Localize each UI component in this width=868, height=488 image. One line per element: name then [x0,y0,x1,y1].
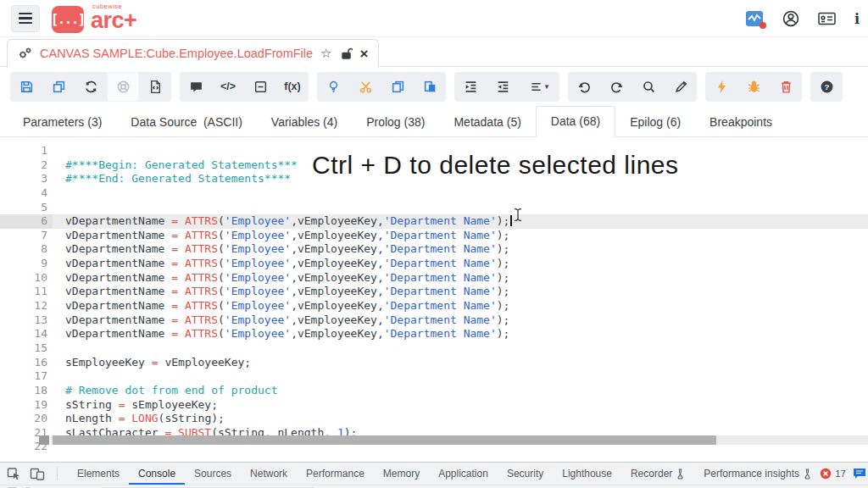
tab-variables-4[interactable]: Variables (4) [257,108,352,137]
tab-epilog-6[interactable]: Epilog (6) [615,108,695,137]
code-markup-button[interactable]: </> [212,72,244,102]
unlock-icon[interactable] [340,47,353,59]
collapse-block-button[interactable] [244,72,276,102]
code-line[interactable]: 19sString = sEmployeeKey; [0,398,868,413]
code-line[interactable]: 11vDepartmentName = ATTRS('Employee',vEm… [0,285,868,299]
inspect-icon[interactable] [7,467,21,481]
redo-button[interactable] [600,72,632,102]
lightbulb-button[interactable] [317,72,349,102]
undo-button[interactable] [568,72,600,102]
tab-parameters-3[interactable]: Parameters (3) [8,108,116,137]
devtools-tab-performance[interactable]: Performance [297,463,374,485]
document-tab[interactable]: CANVAS SAMPLE:Cube.Employee.LoadFromFile… [7,39,379,68]
function-fx-button[interactable]: f(x) [276,72,309,102]
user-icon[interactable] [782,10,799,27]
outdent-button[interactable] [487,72,519,102]
search-button[interactable] [632,72,665,102]
tab-metadata-5[interactable]: Metadata (5) [439,108,535,137]
code-line[interactable]: 13vDepartmentName = ATTRS('Employee',vEm… [0,313,868,328]
line-source: vDepartmentName = ATTRS('Employee',vEmpl… [53,327,509,341]
scrollbar-thumb[interactable] [53,435,716,445]
activity-icon[interactable] [745,10,764,27]
tab-prolog-38[interactable]: Prolog (38) [352,108,439,137]
editor-toolbar: </> f(x) [0,68,868,105]
line-number: 20 [0,412,53,426]
code-line[interactable]: 9vDepartmentName = ATTRS('Employee',vEmp… [0,257,868,271]
devtools-panel: ElementsConsoleSourcesNetworkPerformance… [0,462,868,488]
delete-trash-button[interactable] [770,72,802,102]
app-window: [...] cubewise arc+ i [0,0,868,488]
error-badge[interactable]: 17 [820,468,846,480]
top-bar: [...] cubewise arc+ i [0,0,868,37]
align-menu-button[interactable]: ▾ [519,72,559,102]
code-line[interactable]: 5 [0,201,868,215]
devtools-tab-lighthouse[interactable]: Lighthouse [553,463,621,485]
code-line[interactable]: 12vDepartmentName = ATTRS('Employee',vEm… [0,299,868,313]
edit-button[interactable] [665,72,697,102]
devtools-tab-sources[interactable]: Sources [185,463,241,485]
cut-button[interactable] [349,72,381,102]
code-line[interactable]: 14vDepartmentName = ATTRS('Employee',vEm… [0,327,868,341]
devtools-tab-memory[interactable]: Memory [374,463,429,485]
tab-data-68[interactable]: Data (68) [536,106,615,137]
devtools-tab-elements[interactable]: Elements [68,463,129,485]
menu-button[interactable] [11,5,40,32]
devtools-tab-recorder[interactable]: Recorder [621,463,694,485]
duplicate-button[interactable] [42,72,75,102]
line-source: sString = sEmployeeKey; [53,398,218,413]
flask-icon [676,469,685,480]
code-line[interactable]: 15 [0,341,868,356]
run-flash-button[interactable] [705,72,737,102]
code-line[interactable]: 16sEmployeeKey = vEmployeeKey; [0,356,868,370]
device-toolbar-icon[interactable] [30,467,45,480]
close-icon[interactable]: × [360,47,369,61]
file-code-button[interactable] [139,72,171,102]
code-line[interactable]: 7vDepartmentName = ATTRS('Employee',vEmp… [0,229,868,243]
copy-button[interactable] [381,72,414,102]
comment-button[interactable] [180,72,212,102]
code-line[interactable]: 10vDepartmentName = ATTRS('Employee',vEm… [0,271,868,286]
lifebuoy-button[interactable] [107,72,139,102]
save-button[interactable] [10,72,42,102]
code-line[interactable]: 8vDepartmentName = ATTRS('Employee',vEmp… [0,242,868,257]
devtools-tab-security[interactable]: Security [498,463,553,485]
feedback-icon[interactable] [853,468,866,480]
star-icon[interactable]: ☆ [320,46,331,61]
toolbar-group-run [705,72,802,102]
debug-bug-button[interactable] [737,72,770,102]
document-tab-strip: CANVAS SAMPLE:Cube.Employee.LoadFromFile… [0,37,868,67]
devtools-tab-application[interactable]: Application [429,463,498,485]
refresh-button[interactable] [75,72,107,102]
toolbar-group-edit [317,72,446,102]
code-lines: 12#****Begin: Generated Statements***3#*… [0,138,868,451]
code-line[interactable]: 18# Remove dot from end of product [0,384,868,398]
id-card-icon[interactable] [818,12,836,25]
line-number: 2 [0,158,53,173]
tab-data-source-ascii[interactable]: Data Source (ASCII) [116,108,257,137]
horizontal-scrollbar[interactable] [51,435,868,445]
code-line[interactable]: 20nLength = LONG(sString); [0,412,868,426]
devtools-tab-performance-insights[interactable]: Performance insights [694,463,821,485]
gears-icon [18,47,32,60]
help-button[interactable]: ? [810,72,843,102]
code-line[interactable]: 6vDepartmentName = ATTRS('Employee',vEmp… [0,214,868,229]
code-editor[interactable]: 12#****Begin: Generated Statements***3#*… [0,138,868,451]
line-source: vDepartmentName = ATTRS('Employee',vEmpl… [53,299,509,313]
line-number: 10 [0,271,53,286]
line-number: 9 [0,257,53,271]
code-line[interactable]: 4 [0,186,868,201]
devtools-tab-console[interactable]: Console [129,463,185,485]
paste-button[interactable] [414,72,446,102]
overlay-hint-text: Ctrl + D to delete selected lines [312,151,679,180]
line-source: vDepartmentName = ATTRS('Employee',vEmpl… [53,257,509,271]
devtools-tab-network[interactable]: Network [241,463,297,485]
hamburger-icon [19,13,32,14]
info-icon[interactable]: i [854,11,860,27]
line-number: 15 [0,341,53,356]
line-number: 18 [0,384,53,398]
tab-breakpoints[interactable]: Breakpoints [695,108,787,137]
indent-button[interactable] [454,72,487,102]
code-line[interactable]: 17 [0,369,868,384]
app-logo: [...] cubewise arc+ [52,3,136,34]
svg-text:?: ? [824,81,829,91]
